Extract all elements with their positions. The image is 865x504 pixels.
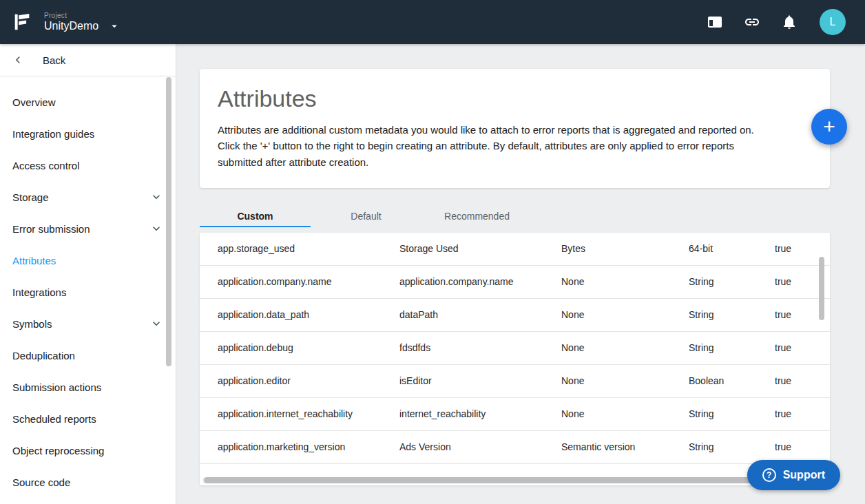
table-vertical-scrollbar[interactable] [819, 257, 824, 320]
table-row[interactable]: application.debug fdsdfds None String tr… [200, 332, 830, 365]
tab[interactable]: Custom [200, 207, 311, 227]
table-row[interactable]: application.company.name application.com… [200, 266, 830, 299]
chevron-down-icon [149, 317, 163, 330]
project-label: Project [44, 12, 121, 19]
help-icon: ? [762, 468, 776, 482]
attribute-format-cell: None [561, 309, 689, 320]
attribute-format-cell: Semantic version [561, 441, 689, 452]
attribute-type-cell: Boolean [689, 375, 775, 386]
back-button[interactable]: Back [0, 44, 176, 76]
sidebar-item[interactable]: Error submission [0, 213, 176, 244]
attribute-format-cell: None [561, 342, 689, 353]
user-avatar[interactable]: L [820, 9, 846, 35]
attribute-label-cell: dataPath [399, 309, 561, 320]
topbar-actions: L [686, 9, 846, 35]
attribute-label-cell: fdsdfds [399, 342, 561, 353]
tab-label: Default [351, 211, 381, 222]
tab-label: Custom [237, 211, 273, 222]
attributes-intro-card: Attributes Attributes are additional cus… [200, 69, 830, 188]
sidebar-item[interactable]: Integration guides [0, 118, 176, 149]
attribute-label-cell: internet_reachability [399, 408, 561, 419]
attribute-name-cell: app.storage_used [218, 243, 399, 254]
attribute-enabled-cell: true [775, 408, 830, 419]
topbar: Project UnityDemo L [0, 0, 865, 44]
sidebar-item[interactable]: Deduplication [0, 339, 176, 371]
page-description: Attributes are additional custom metadat… [218, 122, 768, 170]
chevron-down-icon [149, 222, 163, 235]
attribute-name-cell: application.internet_reachability [218, 408, 399, 419]
attributes-table-rows: app.storage_used Storage Used Bytes 64-b… [200, 233, 830, 464]
attribute-enabled-cell: true [775, 243, 830, 254]
attribute-type-cell: 64-bit [689, 243, 775, 254]
backtrace-logo[interactable] [10, 10, 34, 34]
link-icon[interactable] [744, 14, 760, 30]
attribute-name-cell: application.editor [218, 375, 399, 386]
sidebar-item[interactable]: Source code [0, 466, 176, 498]
sidebar-item-label: Submission actions [12, 381, 101, 393]
table-row[interactable]: app.storage_used Storage Used Bytes 64-b… [200, 233, 830, 266]
attribute-enabled-cell: true [775, 375, 830, 386]
tab[interactable]: Recommended [421, 207, 532, 227]
attribute-type-cell: String [689, 342, 775, 353]
attribute-type-cell: String [689, 309, 775, 320]
attribute-type-cell: String [689, 441, 775, 452]
attribute-type-cell: String [689, 276, 775, 287]
attribute-name-cell: application.company.name [218, 276, 399, 287]
table-row[interactable]: application.data_path dataPath None Stri… [200, 299, 830, 332]
dashboard-icon[interactable] [707, 14, 723, 30]
sidebar-item[interactable]: Integrations [0, 276, 176, 308]
chevron-down-icon [149, 190, 163, 204]
attribute-label-cell: isEditor [399, 375, 561, 386]
sidebar: Back Overview Integration guides Access … [0, 44, 176, 504]
add-attribute-button[interactable]: + [811, 109, 847, 145]
sidebar-item-label: Source code [12, 476, 70, 488]
sidebar-scrollbar[interactable] [166, 77, 171, 366]
support-button[interactable]: ? Support [747, 460, 840, 490]
sidebar-item-label: Attributes [12, 255, 56, 266]
attribute-format-cell: None [561, 408, 689, 419]
attribute-label-cell: application.company.name [399, 276, 561, 287]
table-horizontal-scrollbar[interactable] [202, 477, 819, 483]
table-row[interactable]: application.marketing_version Ads Versio… [200, 431, 830, 464]
tab-label: Recommended [444, 211, 510, 222]
table-row[interactable]: application.internet_reachability intern… [200, 398, 830, 431]
sidebar-item-label: Integrations [12, 286, 66, 298]
attribute-format-cell: None [561, 276, 689, 287]
main-content: Attributes Attributes are additional cus… [176, 44, 865, 504]
caret-down-icon [108, 20, 121, 32]
table-horizontal-scrollbar-thumb[interactable] [204, 477, 802, 483]
table-row[interactable]: application.editor isEditor None Boolean… [200, 365, 830, 398]
attribute-name-cell: application.data_path [218, 309, 399, 320]
attribute-label-cell: Storage Used [399, 243, 561, 254]
sidebar-item-label: Scheduled reports [12, 413, 96, 425]
sidebar-item[interactable]: Symbols [0, 308, 176, 339]
sidebar-item[interactable]: Access control [0, 149, 176, 181]
page-title: Attributes [218, 85, 768, 112]
attribute-label-cell: Ads Version [399, 441, 561, 452]
notifications-icon[interactable] [781, 14, 798, 30]
sidebar-item[interactable]: Object reprocessing [0, 434, 176, 466]
sidebar-item-label: Storage [12, 191, 49, 203]
attribute-name-cell: application.marketing_version [218, 441, 399, 452]
tab[interactable]: Default [311, 207, 421, 227]
sidebar-item-label: Deduplication [12, 350, 75, 361]
attribute-format-cell: Bytes [561, 243, 689, 254]
project-name: UnityDemo [44, 20, 98, 32]
attribute-format-cell: None [561, 375, 689, 386]
attributes-tabs: Custom Default Recommended [200, 207, 830, 227]
attributes-table: app.storage_used Storage Used Bytes 64-b… [200, 233, 830, 485]
attribute-type-cell: String [689, 408, 775, 419]
project-switcher[interactable]: Project UnityDemo [44, 12, 121, 32]
support-label: Support [783, 469, 825, 481]
attribute-enabled-cell: true [775, 441, 830, 452]
sidebar-item[interactable]: Storage [0, 181, 176, 213]
attribute-name-cell: application.debug [218, 342, 399, 353]
backtrace-logo-icon [12, 12, 32, 32]
sidebar-item[interactable]: Submission actions [0, 371, 176, 403]
chevron-left-icon [11, 53, 25, 67]
sidebar-item-label: Object reprocessing [12, 445, 104, 456]
sidebar-item[interactable]: Scheduled reports [0, 403, 176, 434]
sidebar-item[interactable]: Attributes [0, 244, 176, 276]
sidebar-item[interactable]: Overview [0, 86, 176, 118]
sidebar-item-label: Symbols [12, 318, 52, 330]
